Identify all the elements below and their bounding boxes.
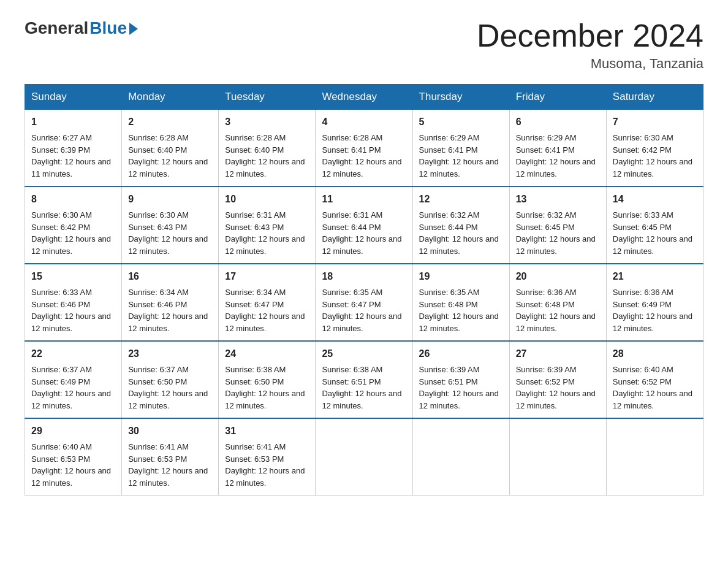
daylight-info: Daylight: 12 hours and 12 minutes. bbox=[225, 310, 309, 334]
logo-general-text: General bbox=[25, 18, 88, 38]
calendar-header-friday: Friday bbox=[509, 85, 606, 110]
calendar-table: SundayMondayTuesdayWednesdayThursdayFrid… bbox=[25, 84, 703, 496]
sunset-info: Sunset: 6:40 PM bbox=[225, 144, 309, 156]
sunset-info: Sunset: 6:41 PM bbox=[516, 144, 600, 156]
day-number: 25 bbox=[322, 347, 406, 361]
daylight-info: Daylight: 12 hours and 12 minutes. bbox=[225, 233, 309, 257]
calendar-cell: 2Sunrise: 6:28 AMSunset: 6:40 PMDaylight… bbox=[122, 110, 219, 187]
sunset-info: Sunset: 6:49 PM bbox=[31, 376, 115, 388]
calendar-cell: 20Sunrise: 6:36 AMSunset: 6:48 PMDayligh… bbox=[509, 264, 606, 341]
calendar-cell: 31Sunrise: 6:41 AMSunset: 6:53 PMDayligh… bbox=[219, 418, 316, 496]
sunrise-info: Sunrise: 6:40 AM bbox=[613, 364, 697, 376]
calendar-header-row: SundayMondayTuesdayWednesdayThursdayFrid… bbox=[25, 85, 703, 110]
daylight-info: Daylight: 12 hours and 12 minutes. bbox=[128, 465, 212, 489]
sunrise-info: Sunrise: 6:37 AM bbox=[128, 364, 212, 376]
day-number: 12 bbox=[419, 192, 503, 207]
sunrise-info: Sunrise: 6:30 AM bbox=[613, 132, 697, 144]
daylight-info: Daylight: 12 hours and 12 minutes. bbox=[419, 388, 503, 412]
sunset-info: Sunset: 6:41 PM bbox=[322, 144, 406, 156]
day-number: 16 bbox=[128, 269, 212, 284]
day-number: 13 bbox=[516, 192, 600, 207]
sunset-info: Sunset: 6:42 PM bbox=[613, 144, 697, 156]
day-number: 14 bbox=[613, 192, 697, 207]
sunset-info: Sunset: 6:45 PM bbox=[516, 221, 600, 234]
sunset-info: Sunset: 6:52 PM bbox=[613, 376, 697, 388]
sunset-info: Sunset: 6:47 PM bbox=[225, 299, 309, 311]
sunrise-info: Sunrise: 6:35 AM bbox=[419, 286, 503, 299]
daylight-info: Daylight: 12 hours and 12 minutes. bbox=[31, 310, 115, 334]
day-number: 9 bbox=[128, 192, 212, 207]
calendar-cell: 22Sunrise: 6:37 AMSunset: 6:49 PMDayligh… bbox=[25, 341, 122, 418]
calendar-cell: 27Sunrise: 6:39 AMSunset: 6:52 PMDayligh… bbox=[509, 341, 606, 418]
sunrise-info: Sunrise: 6:34 AM bbox=[225, 286, 309, 299]
sunset-info: Sunset: 6:50 PM bbox=[225, 376, 309, 388]
daylight-info: Daylight: 12 hours and 12 minutes. bbox=[613, 388, 697, 412]
calendar-cell: 11Sunrise: 6:31 AMSunset: 6:44 PMDayligh… bbox=[316, 186, 412, 264]
calendar-cell: 14Sunrise: 6:33 AMSunset: 6:45 PMDayligh… bbox=[606, 186, 703, 264]
sunset-info: Sunset: 6:45 PM bbox=[613, 221, 697, 234]
day-number: 5 bbox=[419, 115, 503, 129]
daylight-info: Daylight: 12 hours and 12 minutes. bbox=[225, 388, 309, 412]
daylight-info: Daylight: 12 hours and 12 minutes. bbox=[322, 388, 406, 412]
daylight-info: Daylight: 12 hours and 12 minutes. bbox=[613, 156, 697, 180]
calendar-header-saturday: Saturday bbox=[606, 85, 703, 110]
calendar-cell: 23Sunrise: 6:37 AMSunset: 6:50 PMDayligh… bbox=[122, 341, 219, 418]
sunset-info: Sunset: 6:39 PM bbox=[31, 144, 115, 156]
calendar-cell bbox=[412, 418, 509, 496]
day-number: 31 bbox=[225, 424, 309, 439]
calendar-cell: 6Sunrise: 6:29 AMSunset: 6:41 PMDaylight… bbox=[509, 110, 606, 187]
calendar-week-row-3: 15Sunrise: 6:33 AMSunset: 6:46 PMDayligh… bbox=[25, 264, 703, 341]
day-number: 27 bbox=[516, 347, 600, 361]
calendar-header-thursday: Thursday bbox=[412, 85, 509, 110]
sunset-info: Sunset: 6:48 PM bbox=[516, 299, 600, 311]
month-title: December 2024 bbox=[477, 18, 703, 53]
sunset-info: Sunset: 6:50 PM bbox=[128, 376, 212, 388]
daylight-info: Daylight: 12 hours and 12 minutes. bbox=[516, 233, 600, 257]
day-number: 23 bbox=[128, 347, 212, 361]
calendar-week-row-1: 1Sunrise: 6:27 AMSunset: 6:39 PMDaylight… bbox=[25, 110, 703, 187]
day-number: 11 bbox=[322, 192, 406, 207]
day-number: 24 bbox=[225, 347, 309, 361]
location-subtitle: Musoma, Tanzania bbox=[477, 56, 703, 72]
sunrise-info: Sunrise: 6:36 AM bbox=[516, 286, 600, 299]
day-number: 22 bbox=[31, 347, 115, 361]
calendar-cell: 19Sunrise: 6:35 AMSunset: 6:48 PMDayligh… bbox=[412, 264, 509, 341]
calendar-week-row-4: 22Sunrise: 6:37 AMSunset: 6:49 PMDayligh… bbox=[25, 341, 703, 418]
sunset-info: Sunset: 6:51 PM bbox=[322, 376, 406, 388]
sunrise-info: Sunrise: 6:29 AM bbox=[516, 132, 600, 144]
calendar-cell: 10Sunrise: 6:31 AMSunset: 6:43 PMDayligh… bbox=[219, 186, 316, 264]
calendar-header-wednesday: Wednesday bbox=[316, 85, 412, 110]
day-number: 17 bbox=[225, 269, 309, 284]
sunset-info: Sunset: 6:48 PM bbox=[419, 299, 503, 311]
calendar-cell: 4Sunrise: 6:28 AMSunset: 6:41 PMDaylight… bbox=[316, 110, 412, 187]
daylight-info: Daylight: 12 hours and 12 minutes. bbox=[31, 388, 115, 412]
day-number: 7 bbox=[613, 115, 697, 129]
sunset-info: Sunset: 6:49 PM bbox=[613, 299, 697, 311]
sunrise-info: Sunrise: 6:35 AM bbox=[322, 286, 406, 299]
daylight-info: Daylight: 12 hours and 12 minutes. bbox=[128, 233, 212, 257]
daylight-info: Daylight: 12 hours and 12 minutes. bbox=[128, 310, 212, 334]
daylight-info: Daylight: 12 hours and 12 minutes. bbox=[419, 310, 503, 334]
logo-blue-section: Blue bbox=[88, 18, 138, 38]
calendar-cell: 12Sunrise: 6:32 AMSunset: 6:44 PMDayligh… bbox=[412, 186, 509, 264]
calendar-week-row-5: 29Sunrise: 6:40 AMSunset: 6:53 PMDayligh… bbox=[25, 418, 703, 496]
daylight-info: Daylight: 12 hours and 12 minutes. bbox=[322, 233, 406, 257]
sunset-info: Sunset: 6:53 PM bbox=[225, 453, 309, 465]
daylight-info: Daylight: 12 hours and 12 minutes. bbox=[128, 156, 212, 180]
day-number: 15 bbox=[31, 269, 115, 284]
day-number: 29 bbox=[31, 424, 115, 439]
day-number: 20 bbox=[516, 269, 600, 284]
calendar-header-monday: Monday bbox=[122, 85, 219, 110]
logo-blue-text: Blue bbox=[89, 18, 127, 38]
sunset-info: Sunset: 6:44 PM bbox=[322, 221, 406, 234]
sunrise-info: Sunrise: 6:28 AM bbox=[225, 132, 309, 144]
sunrise-info: Sunrise: 6:37 AM bbox=[31, 364, 115, 376]
calendar-cell: 7Sunrise: 6:30 AMSunset: 6:42 PMDaylight… bbox=[606, 110, 703, 187]
calendar-cell: 3Sunrise: 6:28 AMSunset: 6:40 PMDaylight… bbox=[219, 110, 316, 187]
calendar-cell bbox=[606, 418, 703, 496]
sunset-info: Sunset: 6:52 PM bbox=[516, 376, 600, 388]
calendar-cell: 18Sunrise: 6:35 AMSunset: 6:47 PMDayligh… bbox=[316, 264, 412, 341]
daylight-info: Daylight: 12 hours and 11 minutes. bbox=[31, 156, 115, 180]
day-number: 3 bbox=[225, 115, 309, 129]
daylight-info: Daylight: 12 hours and 12 minutes. bbox=[516, 388, 600, 412]
